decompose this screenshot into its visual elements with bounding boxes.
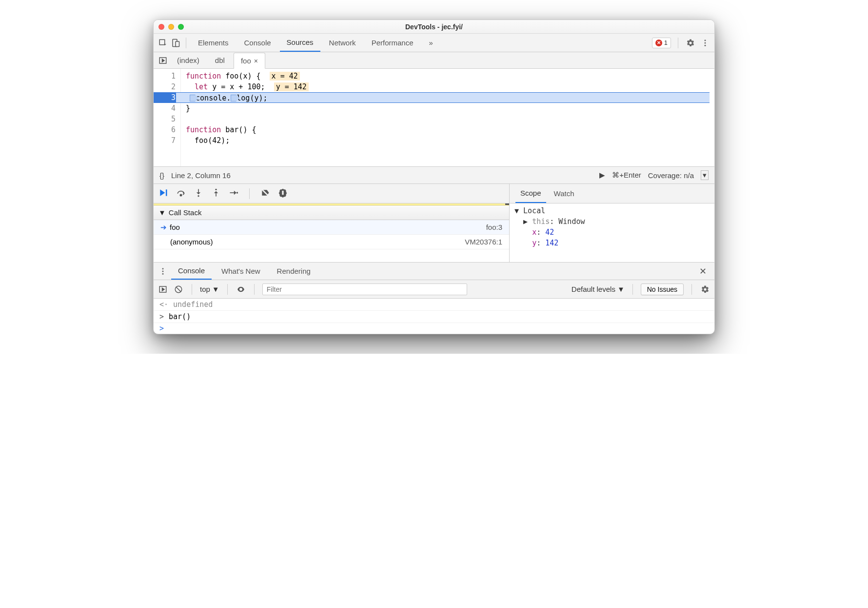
line-number[interactable]: 2 bbox=[154, 81, 180, 92]
device-toolbar-icon[interactable] bbox=[170, 38, 181, 48]
console-sidebar-icon[interactable] bbox=[158, 284, 168, 295]
tab-elements[interactable]: Elements bbox=[191, 34, 236, 52]
scope-variable[interactable]: x: 42 bbox=[514, 227, 710, 238]
scope-tree[interactable]: ▼ Local ▶ this: Window x: 42 y: 142 bbox=[510, 203, 714, 262]
call-stack-header[interactable]: ▼ Call Stack bbox=[154, 205, 509, 220]
frame-name: (anonymous) bbox=[160, 238, 213, 246]
inline-value: x = 42 bbox=[270, 72, 300, 81]
step-into-icon[interactable] bbox=[194, 188, 203, 200]
inline-value: y = 142 bbox=[274, 82, 309, 91]
svg-point-10 bbox=[215, 188, 217, 190]
context-selector[interactable]: top▼ bbox=[200, 285, 219, 293]
separator bbox=[249, 188, 250, 199]
pretty-print-icon[interactable]: {} bbox=[159, 171, 164, 180]
run-snippet-icon[interactable]: ▶ bbox=[599, 171, 605, 180]
file-tab-index[interactable]: (index) bbox=[170, 52, 206, 68]
inspect-element-icon[interactable] bbox=[158, 38, 168, 48]
show-navigator-icon[interactable] bbox=[158, 55, 168, 66]
source-editor[interactable]: 1 2 3 4 5 6 7 function foo(x) { x = 42 l… bbox=[154, 69, 714, 166]
tab-sources[interactable]: Sources bbox=[280, 34, 320, 52]
chevron-down-icon: ▼ bbox=[617, 285, 625, 293]
coverage-dropdown-icon[interactable]: ▾ bbox=[701, 170, 709, 180]
close-drawer-icon[interactable]: ✕ bbox=[695, 266, 710, 277]
step-over-icon[interactable] bbox=[176, 188, 186, 200]
drawer-menu-icon[interactable] bbox=[158, 266, 168, 277]
debugger-panels: ▼ Call Stack ➔foo foo:3 (anonymous) VM20… bbox=[154, 184, 714, 262]
separator bbox=[691, 284, 692, 295]
code-content[interactable]: function foo(x) { x = 42 let y = x + 100… bbox=[181, 69, 714, 166]
tab-watch[interactable]: Watch bbox=[549, 184, 579, 203]
live-expression-icon[interactable] bbox=[236, 284, 246, 295]
step-icon[interactable] bbox=[229, 188, 238, 200]
drawer-tabs: Console What's New Rendering ✕ bbox=[154, 263, 714, 280]
console-settings-icon[interactable] bbox=[700, 284, 710, 295]
paused-indicator bbox=[154, 203, 509, 205]
titlebar: DevTools - jec.fyi/ bbox=[154, 20, 714, 34]
scope-variable[interactable]: y: 142 bbox=[514, 238, 710, 248]
call-stack-frame[interactable]: ➔foo foo:3 bbox=[154, 220, 509, 235]
console-result-row: <· undefined bbox=[154, 299, 714, 311]
console-prompt[interactable]: > bbox=[154, 323, 714, 334]
svg-point-15 bbox=[162, 273, 164, 274]
tab-scope[interactable]: Scope bbox=[515, 184, 546, 203]
code-line: let y = x + 100; y = 142 bbox=[181, 81, 714, 92]
line-number[interactable]: 7 bbox=[154, 135, 180, 146]
line-number[interactable]: 6 bbox=[154, 124, 180, 135]
log-level-selector[interactable]: Default levels▼ bbox=[572, 285, 625, 293]
side-panel-tabs: Scope Watch bbox=[510, 184, 714, 203]
separator bbox=[192, 284, 192, 295]
line-number[interactable]: 1 bbox=[154, 71, 180, 81]
current-frame-icon: ➔ bbox=[160, 223, 167, 231]
drawer-tab-console[interactable]: Console bbox=[171, 263, 212, 280]
close-tab-icon[interactable]: × bbox=[254, 57, 258, 65]
svg-point-14 bbox=[162, 270, 164, 272]
call-stack-frame[interactable]: (anonymous) VM20376:1 bbox=[154, 235, 509, 249]
file-tab-dbl[interactable]: dbl bbox=[208, 52, 232, 68]
issues-button[interactable]: No Issues bbox=[641, 284, 684, 295]
svg-point-5 bbox=[705, 44, 706, 46]
clear-console-icon[interactable] bbox=[173, 284, 184, 295]
tab-network[interactable]: Network bbox=[322, 34, 363, 52]
error-count: 1 bbox=[664, 39, 668, 46]
tabs-overflow[interactable]: » bbox=[422, 34, 440, 52]
separator bbox=[632, 284, 633, 295]
execution-marker-icon bbox=[190, 95, 196, 101]
prompt-caret-icon: > bbox=[159, 324, 164, 333]
svg-point-3 bbox=[705, 40, 706, 41]
error-count-badge[interactable]: ✕ 1 bbox=[652, 38, 671, 48]
main-tab-strip: Elements Console Sources Network Perform… bbox=[154, 34, 714, 52]
editor-status-bar: {} Line 2, Column 16 ▶ ⌘+Enter Coverage:… bbox=[154, 166, 714, 184]
run-shortcut-label: ⌘+Enter bbox=[612, 171, 641, 180]
tab-performance[interactable]: Performance bbox=[365, 34, 420, 52]
line-number[interactable]: 4 bbox=[154, 103, 180, 114]
console-filter-input[interactable] bbox=[262, 284, 467, 295]
step-out-icon[interactable] bbox=[211, 188, 221, 200]
svg-rect-0 bbox=[159, 40, 165, 45]
frame-location: VM20376:1 bbox=[465, 238, 502, 246]
input-caret-icon: > bbox=[159, 312, 164, 321]
console-result-text: undefined bbox=[173, 300, 213, 309]
file-tab-foo[interactable]: foo × bbox=[234, 53, 265, 69]
console-input-row: > bar() bbox=[154, 311, 714, 323]
more-menu-icon[interactable] bbox=[700, 38, 710, 48]
code-line: function foo(x) { x = 42 bbox=[181, 71, 714, 81]
drawer-tab-rendering[interactable]: Rendering bbox=[270, 263, 317, 280]
right-debug-pane: Scope Watch ▼ Local ▶ this: Window x: 42… bbox=[510, 184, 714, 262]
line-number[interactable]: 5 bbox=[154, 114, 180, 124]
drawer-tab-whatsnew[interactable]: What's New bbox=[215, 263, 267, 280]
console-output[interactable]: <· undefined > bar() > bbox=[154, 299, 714, 334]
left-debug-pane: ▼ Call Stack ➔foo foo:3 (anonymous) VM20… bbox=[154, 184, 510, 262]
svg-rect-12 bbox=[282, 190, 283, 194]
code-line bbox=[181, 114, 714, 124]
pause-on-exceptions-icon[interactable] bbox=[278, 188, 288, 200]
resume-icon[interactable] bbox=[158, 188, 168, 200]
tab-console[interactable]: Console bbox=[237, 34, 278, 52]
line-gutter[interactable]: 1 2 3 4 5 6 7 bbox=[154, 69, 181, 166]
scope-variable[interactable]: ▶ this: Window bbox=[514, 216, 710, 227]
debug-toolbar bbox=[154, 184, 509, 203]
deactivate-breakpoints-icon[interactable] bbox=[260, 188, 270, 200]
code-line: } bbox=[181, 103, 714, 114]
coverage-label: Coverage: n/a bbox=[648, 171, 694, 180]
settings-icon[interactable] bbox=[685, 38, 696, 48]
scope-section[interactable]: ▼ Local bbox=[514, 205, 710, 216]
